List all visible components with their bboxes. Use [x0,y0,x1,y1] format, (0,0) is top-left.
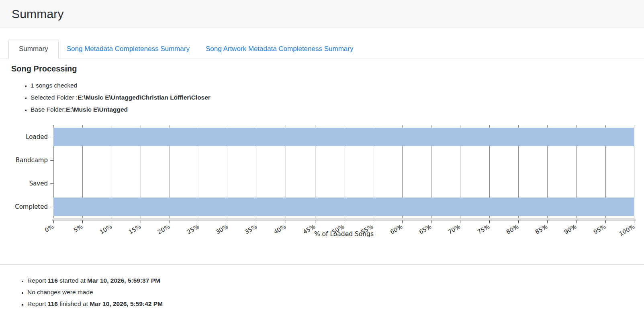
x-axis-tick [141,220,141,223]
x-axis-tick [460,220,460,223]
x-axis-tick [547,220,548,223]
list-item: Base Folder:E:\Music E\Untagged [31,104,644,116]
x-axis-tick [170,220,170,223]
x-axis-tick [576,220,577,223]
x-axis-tick [518,220,519,223]
text-segment: 116 [48,300,58,307]
tab-song-metadata-completeness-summary[interactable]: Song Metadata Completeness Summary [59,39,198,59]
page-title: Summary [12,7,64,21]
x-axis-tick [199,220,199,223]
x-axis-tick [431,220,431,223]
bar-completed [53,198,634,216]
text-segment: Mar 10, 2026, 5:59:42 PM [90,300,163,307]
list-item: No changes were made [27,286,644,298]
x-axis-title: % of Loaded Songs [53,230,634,238]
text-segment: started at [58,277,87,284]
x-axis-tick [373,220,373,223]
list-item: 1 songs checked [31,79,644,92]
text-segment: E:\Music E\Untagged [66,106,128,113]
report-footer: Report 116 started at Mar 10, 2026, 5:59… [0,275,644,310]
main-content: Song Processing 1 songs checked Selected… [0,63,644,242]
section-divider [0,264,644,265]
text-segment: Selected Folder : [31,94,78,101]
report-status-list: Report 116 started at Mar 10, 2026, 5:59… [8,275,644,310]
x-axis-tick [112,220,112,223]
tab-bar: Summary Song Metadata Completeness Summa… [0,39,644,59]
x-axis-tick [228,220,228,223]
song-processing-bar-chart: % of Loaded Songs 0%5%10%15%20%25%30%35%… [53,125,634,242]
y-axis-tick [50,137,53,137]
list-item: Selected Folder :E:\Music E\Untagged\Chr… [31,92,644,104]
section-title: Song Processing [11,63,644,74]
y-tick-label: Loaded [0,133,48,141]
text-segment: Report [27,277,48,284]
bar-loaded [53,128,634,146]
y-axis-tick [50,160,53,161]
list-item: Report 116 started at Mar 10, 2026, 5:59… [27,275,644,286]
processing-list: 1 songs checked Selected Folder :E:\Musi… [11,79,644,116]
text-segment: 116 [48,277,58,284]
x-axis-tick [53,220,54,223]
y-tick-label: Completed [0,203,48,211]
text-segment: E:\Music E\Untagged\Christian Löffler\Cl… [78,94,211,101]
x-axis-tick [605,220,606,223]
x-axis-tick [286,220,286,223]
text-segment: Mar 10, 2026, 5:59:37 PM [87,277,160,284]
chart-plot [53,125,634,218]
x-axis-tick [315,220,315,223]
y-tick-label: Bandcamp [0,156,48,164]
x-tick-label: 0% [27,223,55,244]
y-axis-tick [50,207,53,207]
text-segment: finished at [58,300,90,307]
text-segment: Base Folder: [31,106,66,113]
y-tick-label: Saved [0,179,48,187]
x-axis-tick [634,220,634,223]
text-segment: 1 songs checked [31,82,77,89]
text-segment: No changes were made [27,289,93,295]
page-header: Summary [0,0,644,28]
x-axis-tick [344,220,344,223]
list-item: Report 116 finished at Mar 10, 2026, 5:5… [27,298,644,310]
text-segment: Report [27,300,48,307]
tab-summary[interactable]: Summary [8,39,59,59]
x-axis-tick [489,220,490,223]
y-axis-tick [50,183,53,184]
x-axis-tick [257,220,257,223]
tab-song-artwork-metadata-completeness-summary[interactable]: Song Artwork Metadata Completeness Summa… [198,39,362,59]
x-axis-tick [82,220,83,223]
x-axis-tick [402,220,403,223]
